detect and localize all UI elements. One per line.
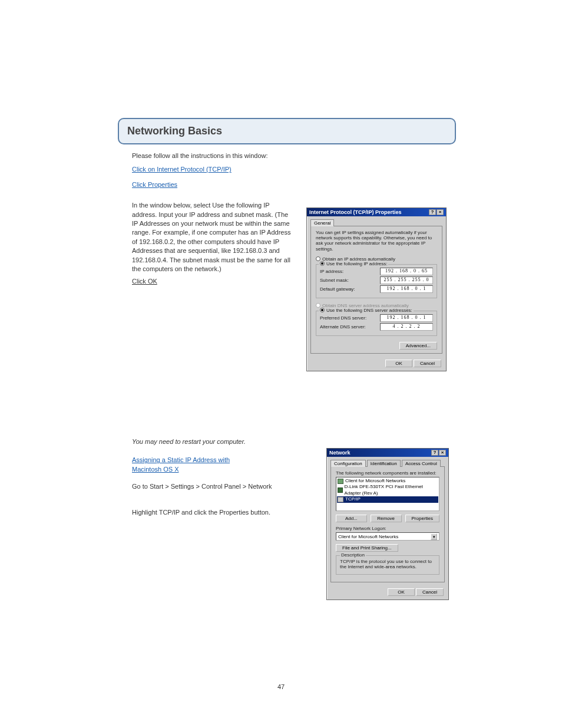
ok-button[interactable]: OK <box>388 588 415 596</box>
page-number: 47 <box>0 683 562 690</box>
preferred-dns-label: Preferred DNS server: <box>320 315 366 321</box>
use-ip-label: Use the following IP address: <box>326 261 387 266</box>
dialog-title: Network <box>329 450 351 456</box>
use-ip-radio[interactable]: Use the following IP address: <box>319 261 388 266</box>
static-ip-sub: Macintosh OS X <box>132 466 178 473</box>
cancel-button[interactable]: Cancel <box>416 588 444 596</box>
list-item-label: Client for Microsoft Networks <box>345 478 405 484</box>
click-ok-step: Click OK <box>132 278 157 285</box>
help-button[interactable]: ? <box>429 209 436 215</box>
dialog-title: Internet Protocol (TCP/IP) Properties <box>309 209 402 215</box>
list-item[interactable]: Client for Microsoft Networks <box>337 478 438 484</box>
cancel-button[interactable]: Cancel <box>414 360 441 367</box>
advanced-button[interactable]: Advanced... <box>399 342 437 350</box>
identification-tab[interactable]: Identification <box>367 460 401 467</box>
subnet-mask-label: Subnet mask: <box>320 278 349 283</box>
remove-button[interactable]: Remove <box>371 515 402 522</box>
primary-logon-select[interactable]: Client for Microsoft Networks ▾ <box>336 532 439 541</box>
list-item-label: D-Link DFE-530TX PCI Fast Ethernet Adapt… <box>345 484 438 496</box>
help-button[interactable]: ? <box>431 450 438 456</box>
win2000-paragraph: In the window below, select Use the foll… <box>132 201 291 274</box>
configuration-tab[interactable]: Configuration <box>330 460 366 467</box>
dialog-titlebar: Internet Protocol (TCP/IP) Properties ? … <box>307 208 446 216</box>
default-gateway-label: Default gateway: <box>320 286 355 292</box>
radio-checked-icon <box>320 308 325 312</box>
winme-step-1: Go to Start > Settings > Control Panel >… <box>132 482 303 491</box>
restart-note: You may need to restart your computer. <box>132 437 303 446</box>
default-gateway-input[interactable]: 192 . 168 . 0 . 1 <box>380 285 433 293</box>
access-control-tab[interactable]: Access Control <box>402 460 441 467</box>
select-value: Client for Microsoft Networks <box>338 534 398 539</box>
step-link-protocol: Click on Internet Protocol (TCP/IP) <box>132 166 232 173</box>
winme-step-2: Highlight TCP/IP and click the Propertie… <box>132 508 303 517</box>
use-dns-label: Use the following DNS server addresses: <box>326 308 412 313</box>
ok-button[interactable]: OK <box>385 360 412 367</box>
client-icon <box>338 479 343 484</box>
list-item-label: TCP/IP <box>345 496 361 502</box>
description-label: Description <box>340 552 366 558</box>
ip-address-input[interactable]: 192 . 168 . 0 . 65 <box>380 268 433 275</box>
general-tab[interactable]: General <box>310 219 334 226</box>
radio-checked-icon <box>320 261 325 266</box>
close-button[interactable]: × <box>437 209 444 215</box>
list-item[interactable]: D-Link DFE-530TX PCI Fast Ethernet Adapt… <box>337 484 438 496</box>
protocol-icon <box>338 497 343 502</box>
list-item-selected[interactable]: TCP/IP <box>337 496 438 502</box>
installed-components-label: The following network components are ins… <box>336 470 439 476</box>
preferred-dns-input[interactable]: 192 . 168 . 0 . 1 <box>380 314 433 322</box>
use-dns-radio[interactable]: Use the following DNS server addresses: <box>319 308 414 313</box>
subnet-mask-input[interactable]: 255 . 255 . 255 . 0 <box>380 276 433 284</box>
static-ip-heading: Assigning a Static IP Address with <box>132 456 230 463</box>
appendix-heading: Networking Basics <box>118 118 456 144</box>
file-print-sharing-button[interactable]: File and Print Sharing... <box>336 544 398 552</box>
chevron-down-icon[interactable]: ▾ <box>431 533 437 540</box>
alternate-dns-input[interactable]: 4 . 2 . 2 . 2 <box>380 323 433 331</box>
adapter-icon <box>338 487 343 493</box>
alternate-dns-label: Alternate DNS server: <box>320 324 366 330</box>
dialog-titlebar: Network ? × <box>327 449 448 457</box>
components-list[interactable]: Client for Microsoft Networks D-Link DFE… <box>336 477 439 511</box>
close-button[interactable]: × <box>439 450 446 456</box>
ip-address-label: IP address: <box>320 269 343 274</box>
description-text: TCP/IP is the protocol you use to connec… <box>340 559 435 569</box>
intro-text: Please follow all the instructions in th… <box>132 151 456 160</box>
step-link-properties: Click Properties <box>132 181 177 188</box>
primary-logon-label: Primary Network Logon: <box>336 526 439 531</box>
tcpip-properties-dialog: Internet Protocol (TCP/IP) Properties ? … <box>306 207 447 371</box>
dialog-description: You can get IP settings assigned automat… <box>316 230 437 252</box>
add-button[interactable]: Add... <box>336 515 367 522</box>
network-dialog: Network ? × Configuration Identification… <box>326 448 449 600</box>
properties-button[interactable]: Properties <box>405 515 439 522</box>
